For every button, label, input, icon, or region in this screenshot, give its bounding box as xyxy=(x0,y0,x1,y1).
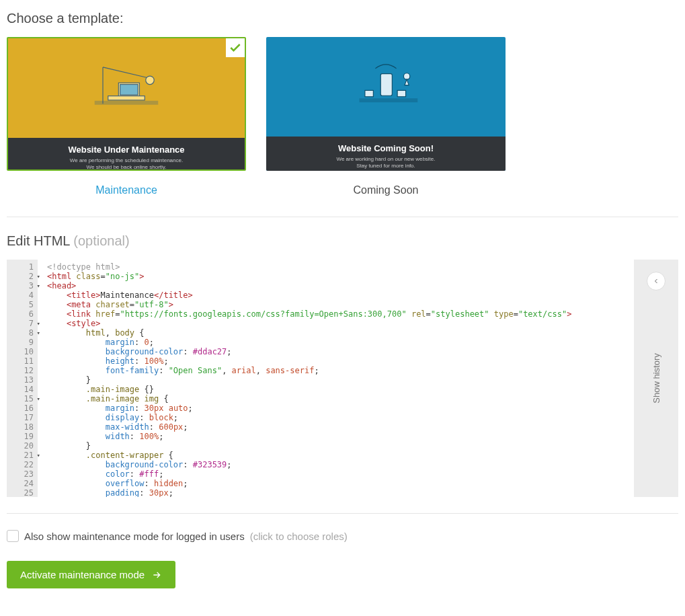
template-label-coming-soon[interactable]: Coming Soon xyxy=(266,184,506,196)
thumb-illustration xyxy=(266,37,506,137)
template-thumb: Website Coming Soon! We are working hard… xyxy=(266,37,506,171)
editor-container: 1234567891011121314151617181920212223242… xyxy=(7,260,678,497)
thumb-sub1: We are working hard on our new website. xyxy=(272,156,500,163)
svg-rect-8 xyxy=(397,90,405,96)
svg-rect-7 xyxy=(365,90,373,96)
thumb-sub2: Stay tuned for more info. xyxy=(272,163,500,169)
svg-point-2 xyxy=(146,76,154,84)
edit-html-optional: (optional) xyxy=(73,233,129,248)
template-label-maintenance[interactable]: Maintenance xyxy=(7,184,246,196)
chevron-left-icon xyxy=(652,277,660,285)
divider xyxy=(7,513,678,514)
thumb-title: Website Coming Soon! xyxy=(272,143,500,153)
checkbox-label: Also show maintenance mode for logged in… xyxy=(24,531,245,542)
svg-rect-1 xyxy=(120,85,138,95)
svg-rect-4 xyxy=(95,101,157,104)
divider xyxy=(7,217,678,217)
logged-in-users-checkbox[interactable] xyxy=(7,530,19,542)
svg-rect-3 xyxy=(108,96,145,100)
selected-check-icon xyxy=(226,38,245,57)
html-code-editor[interactable]: 1234567891011121314151617181920212223242… xyxy=(7,260,634,497)
logged-in-users-option: Also show maintenance mode for logged in… xyxy=(7,530,678,542)
history-toggle-button[interactable] xyxy=(647,272,666,291)
choose-template-heading: Choose a template: xyxy=(7,11,678,26)
template-card-maintenance[interactable]: Website Under Maintenance We are perform… xyxy=(7,37,246,196)
thumb-title: Website Under Maintenance xyxy=(13,145,239,155)
template-thumb: Website Under Maintenance We are perform… xyxy=(7,37,246,171)
activate-button-label: Activate maintenance mode xyxy=(20,569,145,580)
thumb-sub2: We should be back online shortly. xyxy=(13,164,239,171)
history-side-panel: Show history xyxy=(634,260,678,497)
edit-html-heading: Edit HTML (optional) xyxy=(7,233,678,249)
svg-rect-5 xyxy=(380,74,392,96)
thumb-sub1: We are performing the scheduled maintena… xyxy=(13,157,239,164)
choose-roles-link[interactable]: (click to choose roles) xyxy=(250,531,348,542)
svg-rect-9 xyxy=(360,99,417,102)
editor-code[interactable]: <!doctype html><html class="no-js"><head… xyxy=(38,260,575,497)
arrow-right-icon xyxy=(151,570,162,580)
show-history-label[interactable]: Show history xyxy=(651,353,661,403)
thumb-illustration xyxy=(8,38,245,138)
editor-gutter: 1234567891011121314151617181920212223242… xyxy=(7,260,38,497)
thumb-caption: Website Under Maintenance We are perform… xyxy=(8,138,245,171)
edit-html-text: Edit HTML xyxy=(7,233,70,248)
template-list: Website Under Maintenance We are perform… xyxy=(7,37,678,196)
activate-maintenance-button[interactable]: Activate maintenance mode xyxy=(7,561,175,588)
thumb-caption: Website Coming Soon! We are working hard… xyxy=(266,137,506,171)
template-card-coming-soon[interactable]: Website Coming Soon! We are working hard… xyxy=(266,37,506,196)
